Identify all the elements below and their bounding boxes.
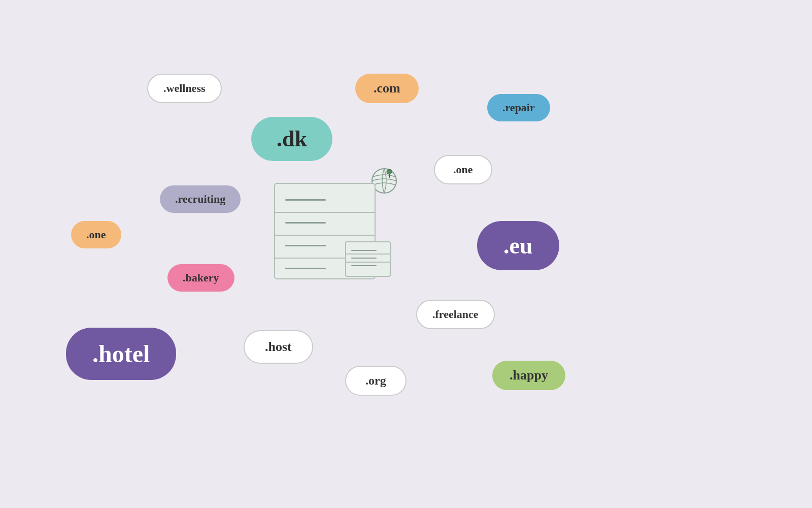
tag-eu[interactable]: .eu (477, 221, 559, 270)
tag-label-hotel: .hotel (92, 340, 150, 368)
tag-hotel[interactable]: .hotel (66, 328, 176, 380)
tag-label-recruiting: .recruiting (175, 193, 225, 206)
tag-label-one-orange: .one (86, 228, 106, 241)
tag-dk[interactable]: .dk (251, 117, 332, 161)
tag-com[interactable]: .com (355, 74, 419, 103)
tag-recruiting[interactable]: .recruiting (160, 185, 241, 213)
tag-org[interactable]: .org (345, 366, 407, 396)
tag-label-org: .org (365, 374, 386, 388)
tag-label-freelance: .freelance (432, 308, 479, 321)
server-illustration (274, 163, 406, 284)
tag-label-dk: .dk (277, 126, 307, 152)
tag-host[interactable]: .host (244, 330, 313, 364)
tag-happy[interactable]: .happy (492, 361, 565, 390)
tag-one-white[interactable]: .one (434, 155, 492, 184)
tag-one-orange[interactable]: .one (71, 221, 121, 248)
tag-wellness[interactable]: .wellness (147, 74, 222, 103)
tag-label-com: .com (374, 81, 400, 96)
tag-label-eu: .eu (503, 232, 533, 259)
tag-label-wellness: .wellness (163, 82, 206, 95)
tag-label-one-white: .one (453, 163, 473, 176)
svg-point-1 (387, 169, 392, 174)
tag-freelance[interactable]: .freelance (416, 300, 495, 329)
tag-repair[interactable]: .repair (487, 94, 550, 121)
tag-label-repair: .repair (502, 101, 535, 114)
server-small (345, 241, 391, 277)
tag-label-host: .host (265, 339, 292, 355)
tag-label-happy: .happy (510, 368, 548, 383)
tag-bakery[interactable]: .bakery (167, 264, 234, 292)
tag-label-bakery: .bakery (183, 271, 219, 284)
svg-point-0 (372, 169, 396, 193)
